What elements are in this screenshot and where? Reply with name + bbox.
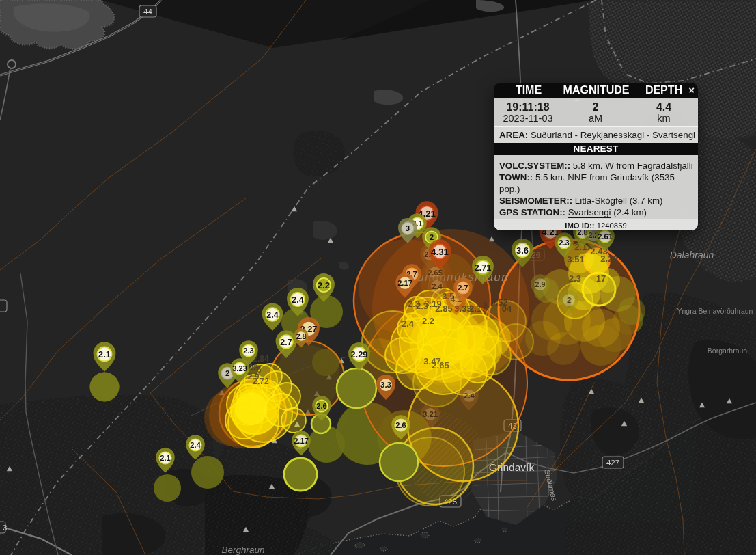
svg-text:17: 17 xyxy=(596,273,606,284)
svg-text:2.17: 2.17 xyxy=(397,279,412,287)
svg-text:2: 2 xyxy=(567,296,571,304)
svg-text:2.61: 2.61 xyxy=(598,232,613,241)
svg-text:2.29: 2.29 xyxy=(350,349,367,360)
svg-text:Borgarhraun: Borgarhraun xyxy=(708,347,748,355)
svg-text:2.65: 2.65 xyxy=(428,269,443,277)
svg-text:2.3: 2.3 xyxy=(569,273,581,284)
svg-text:2.2: 2.2 xyxy=(422,316,434,326)
svg-text:2.4: 2.4 xyxy=(432,282,443,290)
svg-text:2.8: 2.8 xyxy=(296,332,307,340)
svg-text:2.72: 2.72 xyxy=(253,377,269,386)
svg-text:2.4: 2.4 xyxy=(464,392,475,400)
svg-text:2.2: 2.2 xyxy=(318,280,330,290)
svg-text:2.4: 2.4 xyxy=(292,295,305,305)
svg-text:2.7: 2.7 xyxy=(280,337,292,347)
svg-text:04: 04 xyxy=(502,303,512,314)
svg-text:44: 44 xyxy=(143,8,152,16)
svg-text:2.29: 2.29 xyxy=(600,254,617,264)
svg-text:3.6: 3.6 xyxy=(516,245,529,256)
svg-text:2.17: 2.17 xyxy=(294,437,309,445)
svg-text:3: 3 xyxy=(3,524,7,532)
svg-text:2.1: 2.1 xyxy=(469,303,481,314)
svg-text:2: 2 xyxy=(225,369,229,377)
svg-text:2.4: 2.4 xyxy=(402,319,415,329)
svg-text:3.21: 3.21 xyxy=(423,410,438,418)
svg-text:4.31: 4.31 xyxy=(431,247,449,257)
svg-text:2.17: 2.17 xyxy=(292,358,309,368)
svg-text:3.23: 3.23 xyxy=(232,364,247,373)
svg-text:2.1: 2.1 xyxy=(160,454,171,462)
svg-text:2.4: 2.4 xyxy=(190,441,201,449)
svg-text:427: 427 xyxy=(606,459,619,467)
svg-text:Yngra Beinavörðuhraun: Yngra Beinavörðuhraun xyxy=(677,307,753,315)
svg-text:3.3: 3.3 xyxy=(380,381,391,389)
svg-text:3.51: 3.51 xyxy=(567,254,584,265)
svg-text:2.6: 2.6 xyxy=(395,421,406,429)
svg-text:2.3: 2.3 xyxy=(559,239,570,247)
svg-text:2.65: 2.65 xyxy=(432,360,449,370)
svg-text:3: 3 xyxy=(482,300,487,310)
svg-text:2.71: 2.71 xyxy=(474,262,491,273)
svg-text:2.4: 2.4 xyxy=(266,310,278,319)
svg-text:Berghraun: Berghraun xyxy=(221,545,264,555)
svg-text:2.3: 2.3 xyxy=(243,347,254,355)
svg-text:2.1: 2.1 xyxy=(98,349,111,360)
svg-text:2.7: 2.7 xyxy=(458,284,468,292)
svg-text:2: 2 xyxy=(430,233,434,241)
svg-text:2.9: 2.9 xyxy=(535,280,546,288)
svg-text:Dalahraun: Dalahraun xyxy=(670,249,714,260)
svg-text:3: 3 xyxy=(406,224,410,232)
svg-text:6: 6 xyxy=(257,365,262,375)
svg-text:2.6: 2.6 xyxy=(316,402,327,410)
